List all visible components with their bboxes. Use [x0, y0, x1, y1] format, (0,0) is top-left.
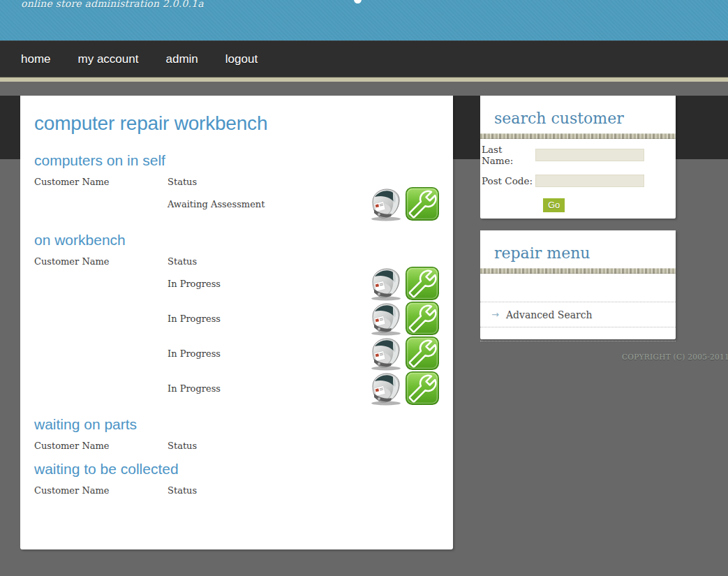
column-customer-name: Customer Name [34, 485, 168, 495]
row-actions [368, 301, 439, 336]
column-status: Status [168, 485, 439, 495]
table-row: In Progress [34, 336, 439, 371]
grain-divider [480, 133, 676, 139]
search-customer-title: search customer [494, 110, 676, 128]
nav-item-logout[interactable]: logout [225, 41, 258, 77]
table-header: Customer Name Status [34, 441, 439, 450]
page-title: computer repair workbench [34, 112, 439, 135]
last-name-input[interactable] [535, 149, 644, 161]
column-customer-name: Customer Name [34, 441, 168, 450]
table-row: In Progress [34, 266, 439, 301]
post-code-row: Post Code: [482, 174, 676, 188]
row-actions [368, 336, 439, 371]
workbench-panel: computer repair workbench computers on i… [20, 96, 453, 549]
repair-menu-panel: repair menu → Advanced Search [480, 230, 676, 339]
nav-item-home[interactable]: home [21, 41, 51, 77]
search-customer-panel: search customer Last Name: Post Code: Go [480, 96, 676, 219]
repair-wrench-icon[interactable] [406, 302, 439, 335]
nav-item-admin[interactable]: admin [165, 41, 198, 77]
repair-menu-title: repair menu [494, 244, 676, 263]
repair-wrench-icon[interactable] [406, 371, 439, 405]
repair-menu-list: → Advanced Search [480, 284, 676, 341]
nav-item-my-account[interactable]: my account [78, 41, 139, 77]
column-status: Status [168, 256, 439, 266]
print-label-icon[interactable] [368, 266, 404, 301]
row-actions [368, 371, 439, 406]
menu-item-advanced-search[interactable]: → Advanced Search [480, 302, 676, 327]
table-header: Customer Name Status [34, 256, 439, 266]
accent-divider [0, 77, 728, 82]
print-label-icon[interactable] [368, 336, 404, 371]
grain-divider [480, 268, 676, 274]
column-status: Status [168, 177, 439, 186]
post-code-label: Post Code: [482, 175, 535, 186]
copyright-text: COPYRIGHT (C) 2005-2011 PETE [622, 353, 728, 364]
table-row: Awaiting Assessment [34, 186, 439, 221]
print-label-icon[interactable] [368, 371, 404, 406]
menu-spacer [480, 284, 676, 302]
advanced-search-label: Advanced Search [506, 309, 593, 320]
arrow-right-icon: → [491, 309, 499, 320]
column-status: Status [168, 441, 439, 450]
section-heading-on-shelf: computers on in self [34, 152, 439, 170]
table-header: Customer Name Status [34, 485, 439, 495]
page: online store administration 2.0.0.1a hom… [0, 0, 728, 576]
section-heading-on-workbench: on workbench [34, 231, 439, 249]
last-name-row: Last Name: [482, 148, 676, 162]
repair-wrench-icon[interactable] [406, 337, 439, 370]
repair-wrench-icon[interactable] [406, 267, 439, 300]
section-heading-waiting-parts: waiting on parts [34, 415, 439, 434]
logo-fragment [354, 0, 362, 3]
cell-status: In Progress [168, 348, 368, 359]
table-header: Customer Name Status [34, 177, 439, 186]
print-label-icon[interactable] [368, 186, 404, 221]
row-actions [368, 266, 439, 301]
table-row: In Progress [34, 371, 439, 406]
cell-status: Awaiting Assessment [168, 199, 368, 209]
main-nav: home my account admin logout [0, 40, 728, 77]
row-actions [368, 186, 439, 221]
column-customer-name: Customer Name [34, 177, 168, 186]
cell-status: In Progress [168, 383, 368, 394]
go-button[interactable]: Go [543, 198, 565, 212]
sidebar: search customer Last Name: Post Code: Go… [480, 96, 676, 339]
table-row: In Progress [34, 301, 439, 336]
cell-status: In Progress [168, 279, 368, 289]
menu-spacer [480, 327, 676, 341]
section-heading-waiting-collected: waiting to be collected [34, 460, 439, 478]
site-header: online store administration 2.0.0.1a [0, 0, 728, 40]
column-customer-name: Customer Name [34, 256, 168, 266]
cell-status: In Progress [168, 313, 368, 324]
post-code-input[interactable] [535, 175, 644, 187]
repair-wrench-icon[interactable] [406, 187, 439, 221]
site-subtitle: online store administration 2.0.0.1a [21, 0, 204, 9]
go-row: Go [543, 198, 676, 212]
last-name-label: Last Name: [482, 144, 535, 166]
print-label-icon[interactable] [368, 301, 404, 336]
